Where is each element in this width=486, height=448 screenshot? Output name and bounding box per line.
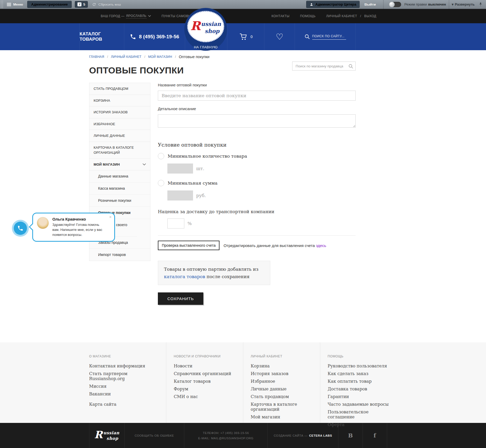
footer-link-favorites[interactable]: Избранное: [251, 379, 315, 384]
cetera-labs-link[interactable]: CETERA LABS: [309, 434, 332, 437]
footer-link-org-directory[interactable]: Справочник организаций: [174, 371, 238, 376]
sidebar-subitem-shop-data[interactable]: Данные магазина: [89, 170, 150, 183]
breadcrumb-account[interactable]: ЛИЧНЫЙ КАБИНЕТ: [111, 55, 141, 59]
footer-link-forum[interactable]: Форум: [174, 386, 238, 391]
footer-link-personal-data[interactable]: Личные данные: [251, 386, 315, 391]
description-textarea[interactable]: [158, 114, 356, 128]
contacts-link[interactable]: КОНТАКТЫ: [272, 14, 290, 18]
admin-user-button[interactable]: Администратор Цетера: [306, 1, 360, 8]
notifications-badge[interactable]: i 5: [75, 1, 88, 8]
min-quantity-label: Минимальное количество товара: [168, 153, 247, 159]
logout-link[interactable]: ВЫХОД: [364, 14, 376, 18]
min-quantity-input[interactable]: [167, 164, 193, 174]
expand-label: Развернуть: [455, 2, 475, 6]
footer-col-help: ПОМОЩЬ Руководство пользователя Как сдел…: [320, 342, 397, 423]
drag-grip[interactable]: [0, 0, 4, 9]
min-sum-input[interactable]: [167, 190, 193, 200]
footer-link-become-partner[interactable]: Стать партнером Russianshop.org: [89, 371, 161, 381]
search-icon[interactable]: [348, 64, 354, 69]
footer-link-delivery[interactable]: Доставка товаров: [328, 386, 392, 391]
footer-link-vacancies[interactable]: Вакансии: [89, 391, 161, 396]
admin-menu-button[interactable]: Меню: [4, 2, 27, 6]
city-link[interactable]: ЯРОСЛАВЛЬ: [126, 14, 146, 18]
avatar: [37, 217, 49, 229]
footer-link-how-to-order[interactable]: Как сделать заказ: [328, 371, 392, 376]
footer-link-sitemap[interactable]: Карта сайта: [89, 402, 161, 407]
edit-invoice-link[interactable]: здесь: [316, 243, 326, 248]
footer-link-become-seller[interactable]: Стать продавцом: [251, 394, 315, 399]
footer-link-user-agreement[interactable]: Пользовательское соглашение: [328, 409, 392, 419]
city-selector[interactable]: ВАШ ГОРОД — ЯРОСЛАВЛЬ: [101, 14, 151, 18]
city-label: ВАШ ГОРОД —: [101, 14, 125, 18]
min-sum-unit: руб.: [196, 193, 206, 198]
home-link[interactable]: НА ГЛАВНУЮ: [184, 45, 227, 49]
sidebar-item-my-shop-label: МОЙ МАГАЗИН: [94, 162, 120, 167]
breadcrumb-home[interactable]: ГЛАВНАЯ: [89, 55, 104, 59]
breadcrumb-current: Оптовые покупки: [179, 55, 209, 59]
footer-logo[interactable]: R ussian shop: [89, 423, 125, 448]
footer-link-order-history[interactable]: История заказов: [251, 371, 315, 376]
min-sum-radio[interactable]: [158, 180, 164, 186]
footer-link-contact-info[interactable]: Контактная информация: [89, 363, 161, 368]
sidebar-subitem-import-goods[interactable]: Импорт товаров: [89, 249, 150, 261]
min-quantity-radio[interactable]: [158, 153, 164, 159]
admin-toolbar: Меню Администрирование i 5 Сбросить кеш …: [0, 0, 486, 9]
site-footer: О МАГАЗИНЕ Контактная информация Стать п…: [0, 342, 486, 423]
footer-link-news[interactable]: Новости: [174, 363, 238, 368]
wholesale-name-input[interactable]: [158, 91, 356, 101]
catalog-button[interactable]: КАТАЛОГ ТОВАРОВ: [79, 23, 124, 50]
chat-message: Здравствуйте! Готова помочь вам. Напишит…: [52, 222, 104, 237]
sidebar-item-org-card[interactable]: КАРТОЧКА В КАТАЛОГЕ ОРГАНИЗАЦИЙ: [89, 142, 150, 159]
footer-link-org-card[interactable]: Карточка в каталоге организаций: [251, 402, 315, 412]
report-error-link[interactable]: СООБЩИТЬ ОБ ОШИБКЕ: [125, 423, 184, 448]
chevron-down-icon: [143, 163, 146, 166]
expand-toolbar-button[interactable]: ▾ Развернуть: [452, 2, 475, 6]
sidebar-item-favorites[interactable]: ИЗБРАННОЕ: [89, 118, 150, 130]
close-icon[interactable]: ×: [109, 215, 112, 220]
search-icon: [304, 34, 310, 40]
help-link[interactable]: ПОМОЩЬ: [300, 14, 316, 18]
chat-button[interactable]: [12, 220, 29, 237]
breadcrumb-my-shop[interactable]: МОЙ МАГАЗИН: [148, 55, 172, 59]
sidebar-item-my-shop[interactable]: МОЙ МАГАЗИН: [89, 159, 150, 171]
administration-button[interactable]: Администрирование: [27, 1, 72, 8]
save-button[interactable]: СОХРАНИТЬ: [158, 292, 203, 305]
main-content: ГЛАВНАЯ / ЛИЧНЫЙ КАБИНЕТ / МОЙ МАГАЗИН /…: [0, 50, 486, 342]
favorites-button[interactable]: ♡: [264, 23, 295, 50]
sidebar-item-order-history[interactable]: ИСТОРИЯ ЗАКАЗОВ: [89, 106, 150, 118]
footer-link-mission[interactable]: Миссия: [89, 384, 161, 389]
footer-contacts: ТЕЛЕФОН: +7 (495) 369-19-56 E-MAIL: MAIL…: [184, 423, 268, 448]
edit-mode-toggle[interactable]: [389, 2, 401, 7]
pin-toolbar-button[interactable]: [479, 2, 482, 7]
footer-link-faq[interactable]: Часто задаваемые вопросы: [328, 402, 392, 407]
site-search-input[interactable]: [312, 34, 346, 40]
sidebar-item-cart[interactable]: КОРЗИНА: [89, 95, 150, 107]
admin-menu-label: Меню: [13, 2, 23, 6]
footer-link-catalog[interactable]: Каталог товаров: [174, 379, 238, 384]
sidebar-item-personal-data[interactable]: ЛИЧНЫЕ ДАННЫЕ: [89, 130, 150, 142]
form-divider: [158, 235, 356, 236]
footer-link-offer[interactable]: Оферта: [328, 422, 392, 427]
shop-logo[interactable]: R ussian shop НА ГЛАВНУЮ: [184, 8, 227, 51]
header-spacer: [356, 23, 386, 50]
footer-link-cart[interactable]: Корзина: [251, 363, 315, 368]
sidebar-item-become-seller[interactable]: СТАТЬ ПРОДАВЦОМ: [89, 83, 150, 95]
footer-link-user-guide[interactable]: Руководство пользователя: [328, 363, 392, 368]
sidebar-subitem-shop-cash[interactable]: Касса магазина: [89, 183, 150, 195]
clear-cache-button[interactable]: Сбросить кеш: [92, 2, 121, 7]
account-link[interactable]: ЛИЧНЫЙ КАБИНЕТ: [326, 14, 357, 18]
phone-icon: [17, 225, 24, 231]
footer-link-my-shop[interactable]: Мой магазин: [251, 414, 315, 419]
footer-col-title: ПОМОЩЬ: [328, 354, 392, 358]
cart-button[interactable]: 0: [227, 23, 264, 50]
catalog-link[interactable]: каталога товаров: [164, 274, 205, 279]
check-invoice-button[interactable]: Проверка выставленного счета: [158, 241, 219, 250]
shop-search-input[interactable]: [292, 62, 355, 70]
admin-logout-button[interactable]: Выйти: [364, 2, 376, 6]
delivery-markup-input[interactable]: [167, 218, 184, 228]
footer-link-media[interactable]: СМИ о нас: [174, 394, 238, 399]
sidebar-subitem-retail-purchases[interactable]: Розничные покупки: [89, 195, 150, 207]
footer-link-guarantees[interactable]: Гарантии: [328, 394, 392, 399]
chat-popup-body: Ольга Кравченко Здравствуйте! Готова пом…: [52, 217, 104, 237]
footer-link-how-to-pay[interactable]: Как оплатить товар: [328, 379, 392, 384]
